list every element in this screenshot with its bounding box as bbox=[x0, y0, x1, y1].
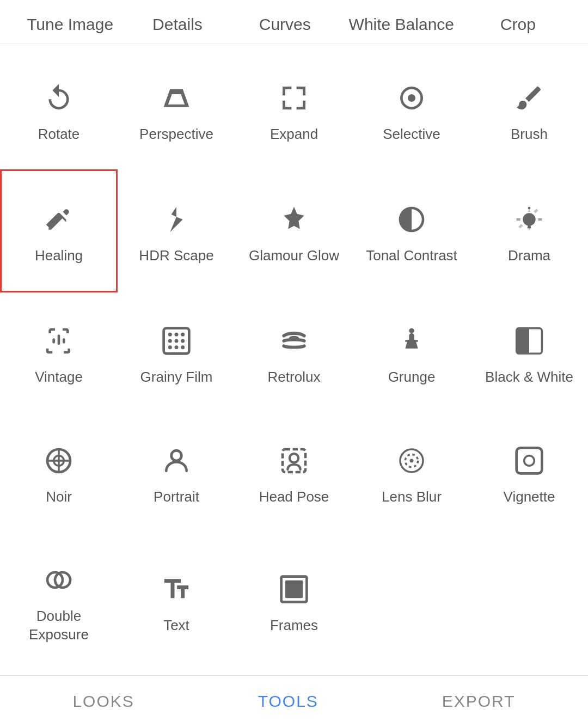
tool-double-exposure-label: Double Exposure bbox=[5, 607, 112, 644]
nav-tools[interactable]: TOOLS bbox=[258, 692, 318, 711]
tool-retrolux[interactable]: Retrolux bbox=[235, 292, 353, 412]
tool-vintage[interactable]: Vintage bbox=[0, 292, 118, 412]
tool-expand[interactable]: Expand bbox=[235, 50, 353, 169]
frames-icon bbox=[274, 570, 314, 609]
svg-point-8 bbox=[181, 333, 185, 337]
selective-icon bbox=[392, 78, 431, 118]
tool-noir-label: Noir bbox=[46, 488, 72, 506]
tool-selective[interactable]: Selective bbox=[353, 50, 470, 169]
nav-export[interactable]: EXPORT bbox=[442, 692, 516, 711]
tool-tonal-contrast[interactable]: Tonal Contrast bbox=[353, 169, 470, 292]
tool-head-pose[interactable]: Head Pose bbox=[235, 412, 353, 532]
tool-portrait-label: Portrait bbox=[154, 488, 199, 506]
svg-point-7 bbox=[175, 333, 179, 337]
tool-vintage-label: Vintage bbox=[35, 368, 83, 387]
tool-perspective-label: Perspective bbox=[139, 125, 213, 144]
tool-healing[interactable]: Healing bbox=[0, 169, 118, 292]
lensblur-icon bbox=[392, 441, 431, 480]
tool-brush-label: Brush bbox=[511, 125, 548, 144]
tool-text-label: Text bbox=[163, 616, 189, 635]
svg-point-22 bbox=[171, 450, 182, 461]
top-bar-curves[interactable]: Curves bbox=[241, 15, 328, 34]
tool-expand-label: Expand bbox=[270, 125, 318, 144]
tool-black-white[interactable]: Black & White bbox=[470, 292, 588, 412]
svg-point-14 bbox=[181, 345, 185, 349]
tool-portrait[interactable]: Portrait bbox=[118, 412, 235, 532]
portrait-icon bbox=[157, 441, 196, 480]
hdrscape-icon bbox=[157, 200, 196, 239]
tool-vignette[interactable]: Vignette bbox=[470, 412, 588, 532]
noir-icon bbox=[39, 441, 78, 480]
tool-text[interactable]: Text bbox=[118, 531, 235, 670]
tool-drama-label: Drama bbox=[508, 247, 550, 265]
svg-point-13 bbox=[175, 345, 179, 349]
tool-grainy-film[interactable]: Grainy Film bbox=[118, 292, 235, 412]
expand-icon bbox=[274, 78, 314, 118]
tool-retrolux-label: Retrolux bbox=[268, 368, 321, 387]
bottom-nav: LOOKS TOOLS EXPORT bbox=[0, 675, 588, 727]
tool-rotate[interactable]: Rotate bbox=[0, 50, 118, 169]
nav-looks[interactable]: LOOKS bbox=[72, 692, 134, 711]
tool-healing-label: Healing bbox=[35, 247, 83, 265]
svg-rect-3 bbox=[52, 338, 55, 343]
tool-drama[interactable]: Drama bbox=[470, 169, 588, 292]
svg-point-11 bbox=[181, 339, 185, 343]
retrolux-icon bbox=[274, 321, 314, 361]
svg-rect-28 bbox=[517, 448, 542, 473]
top-bar: Tune Image Details Curves White Balance … bbox=[0, 0, 588, 44]
tool-selective-label: Selective bbox=[383, 125, 440, 144]
top-bar-tune-image[interactable]: Tune Image bbox=[27, 15, 114, 34]
perspective-icon bbox=[157, 78, 196, 118]
blackwhite-icon bbox=[510, 321, 549, 361]
text-icon bbox=[157, 570, 196, 609]
glamourglow-icon bbox=[274, 200, 314, 239]
tool-lens-blur[interactable]: Lens Blur bbox=[353, 412, 470, 532]
svg-point-24 bbox=[290, 454, 298, 462]
rotate-icon bbox=[39, 78, 78, 118]
tool-grunge-label: Grunge bbox=[388, 368, 436, 387]
tool-lens-blur-label: Lens Blur bbox=[382, 488, 442, 506]
svg-point-6 bbox=[168, 333, 172, 337]
svg-point-2 bbox=[525, 216, 533, 223]
vignette-icon bbox=[510, 441, 549, 480]
tools-grid: Rotate Perspective Expand Selective Brus… bbox=[0, 44, 588, 675]
tool-black-white-label: Black & White bbox=[485, 368, 573, 387]
tool-hdr-scape[interactable]: HDR Scape bbox=[118, 169, 235, 292]
grainyfilm-icon bbox=[157, 321, 196, 361]
top-bar-details[interactable]: Details bbox=[134, 15, 221, 34]
tool-grunge[interactable]: Grunge bbox=[353, 292, 470, 412]
svg-point-27 bbox=[410, 459, 414, 462]
tool-frames-label: Frames bbox=[270, 616, 318, 635]
tool-glamour-glow-label: Glamour Glow bbox=[249, 247, 339, 265]
svg-point-1 bbox=[408, 94, 415, 102]
tool-tonal-contrast-label: Tonal Contrast bbox=[366, 247, 457, 265]
vintage-icon bbox=[39, 321, 78, 361]
tool-grainy-film-label: Grainy Film bbox=[140, 368, 213, 387]
healing-icon bbox=[39, 200, 78, 239]
top-bar-white-balance[interactable]: White Balance bbox=[349, 15, 454, 34]
tool-rotate-label: Rotate bbox=[38, 125, 80, 144]
tool-perspective[interactable]: Perspective bbox=[118, 50, 235, 169]
doubleexposure-icon bbox=[39, 560, 78, 600]
top-bar-crop[interactable]: Crop bbox=[474, 15, 561, 34]
svg-point-15 bbox=[289, 335, 299, 340]
headpose-icon bbox=[274, 441, 314, 480]
tool-head-pose-label: Head Pose bbox=[259, 488, 329, 506]
svg-point-12 bbox=[168, 345, 172, 349]
tool-brush[interactable]: Brush bbox=[470, 50, 588, 169]
svg-point-9 bbox=[168, 339, 172, 343]
svg-point-10 bbox=[175, 339, 179, 343]
grunge-icon bbox=[392, 321, 431, 361]
tonalcontrast-icon bbox=[392, 200, 431, 239]
svg-rect-33 bbox=[285, 581, 303, 598]
brush-icon bbox=[510, 78, 549, 118]
tool-double-exposure[interactable]: Double Exposure bbox=[0, 531, 118, 670]
tool-frames[interactable]: Frames bbox=[235, 531, 353, 670]
tool-noir[interactable]: Noir bbox=[0, 412, 118, 532]
svg-rect-4 bbox=[63, 338, 65, 343]
tool-hdr-scape-label: HDR Scape bbox=[139, 247, 213, 265]
tool-glamour-glow[interactable]: Glamour Glow bbox=[235, 169, 353, 292]
tool-vignette-label: Vignette bbox=[504, 488, 555, 506]
svg-point-29 bbox=[524, 455, 535, 466]
drama-icon bbox=[510, 200, 549, 239]
